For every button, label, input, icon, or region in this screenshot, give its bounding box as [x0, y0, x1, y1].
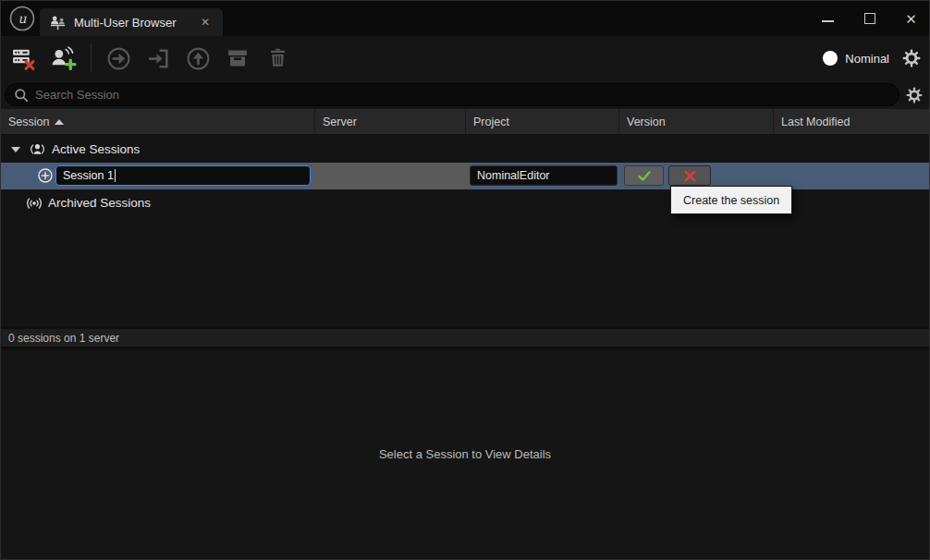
- minimize-button[interactable]: [821, 12, 835, 26]
- titlebar: u Multi-User Browser: [1, 1, 929, 36]
- column-header-session[interactable]: Session: [1, 109, 315, 134]
- column-header-project[interactable]: Project: [466, 109, 619, 134]
- window-controls: ✕: [821, 1, 918, 36]
- details-placeholder-text: Select a Session to View Details: [379, 447, 551, 461]
- session-list: Active Sessions Session 1 NominalEditor: [1, 134, 929, 326]
- checkmark-icon: [636, 169, 653, 183]
- session-count-text: 0 sessions on 1 server: [8, 332, 119, 345]
- status-bar: 0 sessions on 1 server: [1, 329, 929, 347]
- tooltip-text: Create the session: [683, 194, 779, 207]
- column-label: Session: [8, 116, 49, 128]
- arrow-enter-icon: [146, 46, 171, 71]
- column-header-version[interactable]: Version: [619, 109, 774, 134]
- arrow-circle-up-icon: [186, 46, 211, 71]
- column-label: Version: [627, 116, 666, 128]
- active-session-icon: [29, 141, 46, 157]
- accept-session-button[interactable]: [624, 165, 664, 186]
- multi-user-browser-window: u Multi-User Browser: [0, 0, 930, 560]
- archived-session-icon: [26, 196, 43, 211]
- group-row-active-sessions[interactable]: Active Sessions: [1, 136, 929, 163]
- cancel-session-button[interactable]: [668, 165, 711, 186]
- session-details-panel: Select a Session to View Details: [1, 349, 929, 559]
- delete-session-button[interactable]: [263, 43, 291, 73]
- text-caret: [115, 169, 116, 182]
- network-status-label: Nominal: [845, 52, 889, 66]
- column-label: Project: [473, 116, 509, 128]
- gear-icon: [902, 49, 921, 67]
- add-session-icon: [37, 167, 54, 184]
- trash-icon: [266, 46, 289, 70]
- window-close-button[interactable]: ✕: [904, 12, 918, 26]
- server-delete-icon: [11, 46, 36, 71]
- gear-icon: [906, 87, 923, 103]
- column-header-server[interactable]: Server: [315, 109, 466, 134]
- user-add-icon: [50, 46, 77, 71]
- group-label: Active Sessions: [52, 142, 140, 156]
- session-name-value: Session 1: [63, 169, 114, 182]
- server-cell-placeholder: [312, 163, 470, 189]
- archive-session-button[interactable]: [224, 43, 251, 73]
- create-session-button[interactable]: [49, 43, 77, 73]
- settings-button[interactable]: [902, 49, 921, 67]
- svg-text:u: u: [18, 11, 27, 26]
- search-icon: [14, 88, 29, 103]
- column-header-last-modified[interactable]: Last Modified: [774, 109, 929, 134]
- restore-session-button[interactable]: [184, 43, 212, 73]
- search-box[interactable]: [5, 83, 899, 106]
- session-project-value: NominalEditor: [477, 169, 550, 182]
- session-project-field[interactable]: NominalEditor: [470, 165, 618, 186]
- expander-down-icon[interactable]: [11, 147, 20, 152]
- toolbar: Nominal: [1, 36, 929, 80]
- tab-multi-user-browser[interactable]: Multi-User Browser ✕: [40, 8, 223, 36]
- group-label: Archived Sessions: [48, 196, 151, 210]
- column-header-row: Session Server Project Version Last Modi…: [1, 109, 929, 134]
- column-label: Last Modified: [781, 116, 850, 128]
- join-session-button[interactable]: [144, 43, 172, 73]
- multi-user-icon: [49, 15, 67, 30]
- unreal-engine-logo-icon: u: [8, 5, 36, 32]
- tab-title: Multi-User Browser: [74, 16, 190, 30]
- toolbar-separator: [91, 44, 92, 72]
- column-label: Server: [323, 116, 357, 128]
- archive-box-icon: [226, 46, 250, 70]
- maximize-button[interactable]: [863, 12, 876, 26]
- search-row: [1, 80, 929, 109]
- resume-session-button[interactable]: [104, 43, 132, 73]
- tab-close-icon[interactable]: ✕: [197, 14, 214, 30]
- arrow-circle-right-icon: [106, 46, 131, 71]
- x-icon: [683, 169, 697, 183]
- sort-ascending-icon: [55, 119, 64, 125]
- search-options-button[interactable]: [903, 87, 925, 103]
- network-status-indicator: [823, 51, 838, 66]
- search-input[interactable]: [35, 88, 890, 102]
- shutdown-server-button[interactable]: [9, 43, 37, 73]
- session-name-input[interactable]: Session 1: [55, 165, 311, 186]
- tooltip-create-session: Create the session: [670, 186, 792, 214]
